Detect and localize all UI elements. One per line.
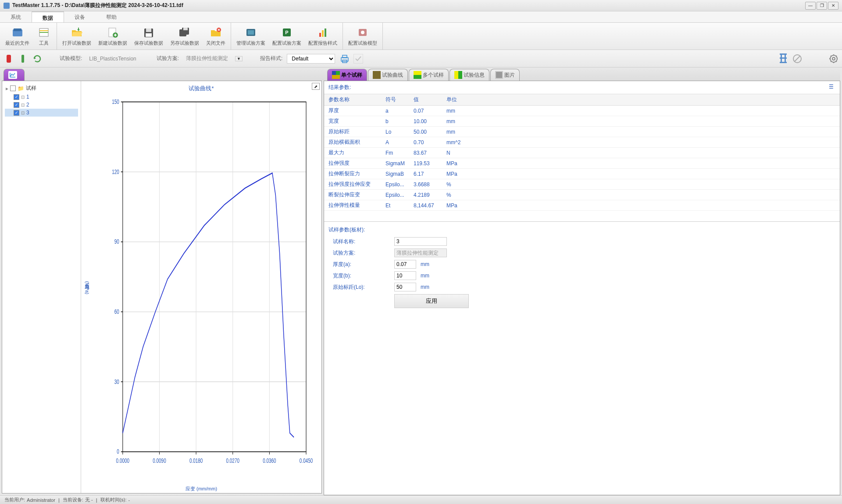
config-report-button[interactable]: 配置报告样式 [305,23,341,50]
cell-value: 83.67 [409,148,442,158]
status-device-label: 当前设备: [63,497,83,503]
cell-unit: MPa [442,200,840,211]
svg-text:0.0090: 0.0090 [153,456,166,464]
tree-item-3[interactable]: ✓ ⊡ 3 [5,109,78,117]
machine-icon[interactable] [778,54,788,64]
tree-root[interactable]: ▸ 📁 试样 [5,84,78,93]
table-row[interactable]: 拉伸断裂应力SigmaB6.17MPa [324,169,840,179]
config-model-icon [356,26,369,39]
red-marker-icon[interactable] [4,54,14,64]
config-scheme-icon: P [280,26,293,39]
left-content: ▸ 📁 试样 ✓ ⊡ 1 ✓ ⊡ 2 ✓ ⊡ 3 [2,81,322,493]
tree-item-1[interactable]: ✓ ⊡ 1 [5,93,78,101]
svg-line-34 [795,56,800,61]
tab-image[interactable]: 图片 [490,69,520,81]
tree-item-2[interactable]: ✓ ⊡ 2 [5,101,78,109]
refresh-icon[interactable] [32,54,42,64]
col-unit[interactable]: 单位 [442,94,840,106]
check-icon[interactable] [353,54,363,64]
col-symbol[interactable]: 符号 [381,94,409,106]
sample-item-icon: ⊡ [21,110,25,115]
svg-rect-83 [496,72,502,78]
sample-name-input[interactable] [394,237,447,246]
left-pane: ▸ 📁 试样 ✓ ⊡ 1 ✓ ⊡ 2 ✓ ⊡ 3 [0,67,324,495]
table-row[interactable]: 拉伸强度SigmaM119.53MPa [324,158,840,169]
table-row[interactable]: 厚度a0.07mm [324,106,840,116]
tools-button[interactable]: 工具 [33,23,55,50]
menu-system[interactable]: 系统 [0,11,32,22]
menu-device[interactable]: 设备 [64,11,96,22]
results-table: 参数名称 符号 值 单位 厚度a0.07mm宽度b10.00mm原始标距Lo50… [324,94,840,211]
width-input[interactable] [394,271,416,280]
new-data-button[interactable]: 新建试验数据 [95,23,131,50]
config-scheme-button[interactable]: P 配置试验方案 [269,23,305,50]
table-row[interactable]: 宽度b10.00mm [324,116,840,127]
tab-multi-sample[interactable]: 多个试样 [409,69,449,81]
status-device-value: 无 - [85,497,93,503]
config-model-button[interactable]: 配置试验模型 [345,23,381,50]
cell-value: 3.6688 [409,179,442,190]
cell-value: 50.00 [409,127,442,137]
sample-tree: ▸ 📁 试样 ✓ ⊡ 1 ✓ ⊡ 2 ✓ ⊡ 3 [2,81,81,493]
report-select[interactable]: Default [287,54,335,64]
maximize-button[interactable]: ❐ [817,2,827,10]
app-icon [4,3,10,9]
thickness-input[interactable] [394,260,416,269]
manage-scheme-button[interactable]: 管理试验方案 [233,23,269,50]
item-checkbox-3[interactable]: ✓ [14,110,19,116]
apply-button[interactable]: 应用 [394,294,469,308]
table-row[interactable]: 最大力Fm83.67N [324,148,840,158]
svg-text:0.0000: 0.0000 [116,456,129,464]
results-menu-button[interactable]: ☰ [827,84,835,91]
svg-rect-8 [146,28,151,32]
col-name[interactable]: 参数名称 [324,94,381,106]
cell-symbol: Fm [381,148,409,158]
print-icon[interactable] [339,54,349,64]
cell-unit: MPa [442,158,840,169]
cell-name: 拉伸断裂应力 [324,169,381,179]
item-checkbox-1[interactable]: ✓ [14,94,19,100]
svg-text:90: 90 [114,238,119,245]
cell-name: 断裂拉伸应变 [324,190,381,200]
minimize-button[interactable]: — [805,2,816,10]
cell-unit: mm [442,116,840,127]
gauge-input[interactable] [394,283,416,291]
item-checkbox-2[interactable]: ✓ [14,102,19,108]
close-button[interactable]: ✕ [828,2,838,10]
cell-symbol: b [381,116,409,127]
svg-rect-24 [21,55,24,63]
tab-test-curve[interactable]: 试验曲线 [368,69,408,81]
svg-text:30: 30 [114,377,119,385]
cell-value: 119.53 [409,158,442,169]
report-label: 报告样式: [260,55,282,62]
table-row[interactable]: 原始横截面积A0.70mm^2 [324,137,840,148]
chart-pane: 试验曲线* ⬈ 应力 (MPa) 应变 (mm/mm) 0.00000.0090… [81,81,321,493]
sample-scheme-input [394,248,447,257]
table-row[interactable]: 拉伸强度拉伸应变Epsilo...3.6688% [324,179,840,190]
settings-gear-icon[interactable] [828,54,838,64]
open-data-button[interactable]: 打开试验数据 [59,23,95,50]
cell-symbol: Et [381,200,409,211]
close-file-button[interactable]: 关闭文件 [203,23,229,50]
col-value[interactable]: 值 [409,94,442,106]
menu-help[interactable]: 帮助 [96,11,127,22]
table-row[interactable]: 拉伸弹性模量Et8,144.67MPa [324,200,840,211]
disabled-icon[interactable] [792,54,802,64]
scheme-label: 试验方案: [157,55,179,62]
table-row[interactable]: 原始标距Lo50.00mm [324,127,840,137]
saveas-data-button[interactable]: 另存试验数据 [167,23,203,50]
recent-files-button[interactable]: 最近的文件 [2,23,33,50]
save-data-button[interactable]: 保存试验数据 [131,23,167,50]
chart-area[interactable]: 0.00000.00900.01800.02700.03600.04500306… [103,95,313,476]
menu-data[interactable]: 数据 [32,11,64,22]
svg-text:0.0180: 0.0180 [189,456,203,464]
tab-test-info[interactable]: 试验信息 [450,69,489,81]
tab-single-sample[interactable]: 单个试样 [327,69,367,81]
scheme-dropdown[interactable]: ▼ [235,56,243,61]
table-row[interactable]: 断裂拉伸应变Epsilo...4.2189% [324,190,840,200]
green-marker-icon[interactable] [18,54,28,64]
maximize-chart-button[interactable]: ⬈ [312,83,320,90]
chart-tab[interactable] [4,69,25,81]
root-checkbox[interactable] [10,85,16,91]
svg-rect-78 [414,71,421,75]
